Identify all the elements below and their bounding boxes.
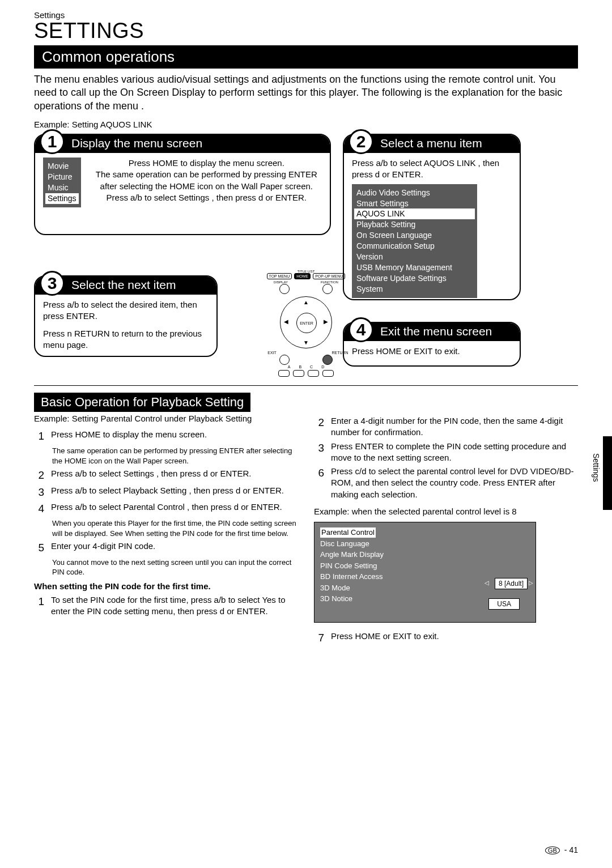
right-example: Example: when the selected parental cont… [314,506,578,517]
remote-enter-button: ENTER [296,313,317,333]
parental-item: PIN Code Setting [320,560,530,572]
step-item: 1Press HOME to display the menu screen. [34,429,298,444]
step1-menu-item: Music [48,182,76,193]
step2-menu-item: Smart Settings [356,198,473,209]
remote-color-c [308,370,319,377]
remote-top-menu: TOP MENU [267,273,292,279]
parental-value: 8 [Adult] [495,578,528,589]
step1-menu: MoviePictureMusicSettings [43,158,81,207]
steps-area: 1Display the menu screen MoviePictureMus… [34,134,578,372]
step-item: 2Press a/b to select Settings , then pre… [34,468,298,483]
remote-display-label: DISPLAY [274,280,288,284]
step2-menu-item: USB Memory Management [356,262,473,273]
dpad-down-icon: ▼ [303,339,309,346]
step3-text2: Press n RETURN to return to the previous… [43,328,209,351]
step3-box: 3Select the next item Press a/b to selec… [34,275,218,357]
step-text: Press ENTER to complete the PIN code set… [331,441,578,464]
step2-menu-item: AQUOS LINK [354,209,475,219]
remote-diagram: TITLE LIST TOP MENU HOME POP-UP MENU DIS… [261,270,351,377]
remote-color-d [322,370,334,377]
step-num: 1 [34,594,44,618]
step-subtext: When you operate this Player for the fir… [52,518,298,538]
parental-item: Parental Control [320,527,530,538]
dpad-up-icon: ▲ [303,299,309,305]
step-text: Press HOME to display the menu screen. [51,429,298,444]
step-text: Press c/d to select the parental control… [331,466,578,500]
footer-sep: - [564,845,567,854]
step-num: 3 [314,441,324,464]
step2-menu: Audio Video SettingsSmart SettingsAQUOS … [352,184,477,298]
section-heading: Common operations [34,45,578,69]
step2-menu-item: Software Update Settings [356,273,473,284]
page-title: SETTINGS [34,19,578,43]
footer-region: GB [545,846,560,854]
step7-text: Press HOME or EXIT to exit. [331,631,578,645]
page-footer: GB - 41 [545,845,578,854]
step-num: 6 [314,466,324,500]
example-line: Example: Setting AQUOS LINK [34,120,578,129]
step-num: 5 [34,541,44,555]
step3-text1: Press a/b to select the desired item, th… [43,299,209,322]
remote-home-button: HOME [294,273,311,279]
step2-title: Select a menu item [380,137,482,150]
step3-number: 3 [40,271,65,296]
parental-preview: Parental ControlDisc LanguageAngle Mark … [314,522,536,623]
step-item: 5Enter your 4-digit PIN code. [34,541,298,555]
footer-page: 41 [569,845,578,854]
remote-exit-label: EXIT [261,351,283,355]
side-label: Settings [592,453,601,482]
right-column: 2Enter a 4-digit number for the PIN code… [314,413,578,648]
step7-num: 7 [314,631,324,645]
remote-color-b [293,370,304,377]
remote-return-label: RETURN [329,351,351,355]
basic-heading: Basic Operation for Playback Setting [34,393,250,412]
value-right-arrow-icon: ▷ [529,579,533,587]
remote-return-button [322,355,333,365]
step1-menu-item: Movie [48,161,76,172]
step2-text: Press a/b to select AQUOS LINK , then pr… [352,158,512,181]
step2-menu-item: Audio Video Settings [356,188,473,198]
step-num: 2 [314,415,324,439]
step2-menu-item: System [356,284,473,295]
step2-menu-item: Playback Setting [356,219,473,230]
value-left-arrow-icon: ◁ [484,579,489,587]
step2-menu-item: On Screen Language [356,230,473,241]
step3-title: Select the next item [71,278,176,291]
remote-letter-a: A [288,365,291,369]
step-item: 4Press a/b to select Parental Control , … [34,501,298,516]
step-text: To set the PIN code for the first time, … [51,594,298,618]
step-text: Press a/b to select Settings , then pres… [51,468,298,483]
step2-menu-item: Version [356,252,473,262]
step-text: Press a/b to select Parental Control , t… [51,501,298,516]
step-text: Enter your 4-digit PIN code. [51,541,298,555]
step1-number: 1 [40,129,65,154]
remote-function-label: FUNCTION [321,280,338,284]
remote-small-right [322,284,333,294]
remote-letter-c: C [310,365,313,369]
parental-item: Disc Language [320,538,530,550]
step4-box: 4Exit the menu screen Press HOME or EXIT… [343,322,521,367]
remote-color-a [278,370,290,377]
step2-box: 2Select a menu item Press a/b to select … [343,134,521,300]
side-tab [603,436,612,510]
step1-box: 1Display the menu screen MoviePictureMus… [34,134,331,235]
step-item: 3Press a/b to select Playback Setting , … [34,485,298,500]
step2-menu-item: Communication Setup [356,241,473,252]
step-item: 3Press ENTER to complete the PIN code se… [314,441,578,464]
remote-popup-menu: POP-UP MENU [313,273,345,279]
step1-text: Press HOME to display the menu screen.Th… [91,158,322,207]
step-subtext: The same operation can be performed by p… [52,446,298,466]
step-text: Press a/b to select Playback Setting , t… [51,485,298,500]
step4-title: Exit the menu screen [380,325,492,338]
step-subtext: You cannot move to the next setting scre… [52,558,298,577]
step-item: 6Press c/d to select the parental contro… [314,466,578,500]
dpad-right-icon: ▶ [324,318,328,325]
step-item: 2Enter a 4-digit number for the PIN code… [314,415,578,439]
step-item: 1To set the PIN code for the first time,… [34,594,298,618]
step1-menu-item: Picture [48,172,76,182]
step1-menu-item: Settings [45,193,79,204]
step-num: 4 [34,501,44,516]
step-num: 3 [34,485,44,500]
left-column: Example: Setting Parental Control under … [34,413,298,648]
dpad-left-icon: ◀ [284,318,288,325]
